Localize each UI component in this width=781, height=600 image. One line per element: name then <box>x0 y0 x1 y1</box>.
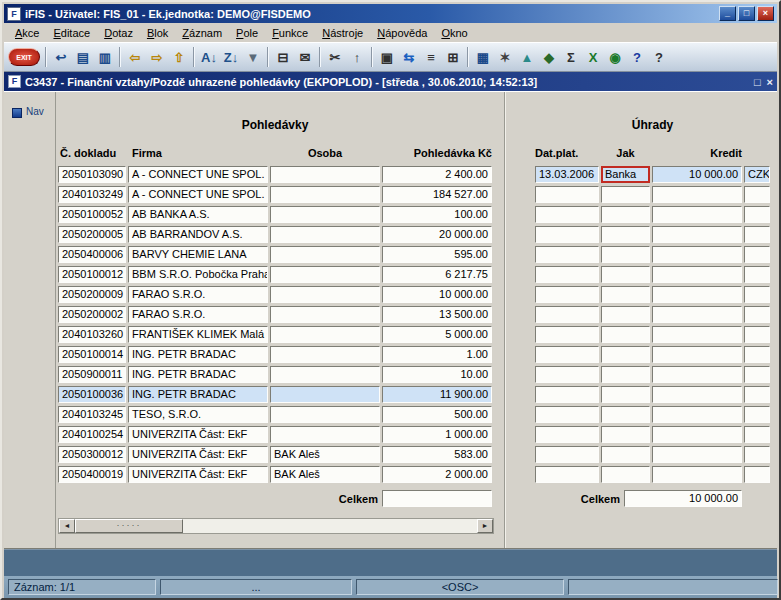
date-field[interactable] <box>535 186 599 203</box>
sort-desc-icon[interactable]: Z↓ <box>220 46 242 68</box>
insert-record-icon[interactable]: ⇧ <box>168 46 190 68</box>
jak-field[interactable] <box>601 366 650 383</box>
firma-field[interactable]: UNIVERZITA Část: EkF <box>128 446 268 463</box>
currency-field[interactable] <box>744 286 770 303</box>
menu-item-akce[interactable]: Akce <box>8 25 46 41</box>
date-field[interactable] <box>535 446 599 463</box>
doc-field[interactable]: 2050100052 <box>58 206 126 223</box>
amount-field[interactable]: 20 000.00 <box>382 226 492 243</box>
currency-field[interactable] <box>744 186 770 203</box>
kredit-field[interactable] <box>652 346 742 363</box>
currency-field[interactable] <box>744 346 770 363</box>
mdi-close-button[interactable]: × <box>767 76 773 88</box>
paste-icon[interactable]: ↑ <box>346 46 368 68</box>
amount-field[interactable]: 2 400.00 <box>382 166 492 183</box>
osoba-field[interactable] <box>270 186 380 203</box>
jak-field[interactable] <box>601 426 650 443</box>
tile-windows-icon[interactable]: ⊞ <box>442 46 464 68</box>
rollback-icon[interactable]: ↩ <box>50 46 72 68</box>
kredit-field[interactable] <box>652 426 742 443</box>
kredit-field[interactable] <box>652 326 742 343</box>
mountain-icon[interactable]: ▲ <box>516 46 538 68</box>
horizontal-scrollbar[interactable]: ◄ ····· ► <box>58 518 494 534</box>
currency-field[interactable] <box>744 386 770 403</box>
menu-item-blok[interactable]: Blok <box>140 25 175 41</box>
currency-field[interactable] <box>744 426 770 443</box>
kredit-field[interactable] <box>652 286 742 303</box>
enter-query-icon[interactable]: ▤ <box>72 46 94 68</box>
kredit-field[interactable] <box>652 266 742 283</box>
firma-field[interactable]: ING. PETR BRADAC <box>128 366 268 383</box>
jak-field[interactable]: Banka <box>601 166 650 183</box>
doc-field[interactable]: 2050100036 <box>58 386 126 403</box>
sum-icon[interactable]: Σ <box>560 46 582 68</box>
help-icon[interactable]: ? <box>648 46 670 68</box>
jak-field[interactable] <box>601 226 650 243</box>
execute-query-icon[interactable]: ▥ <box>94 46 116 68</box>
doc-field[interactable]: 2050200009 <box>58 286 126 303</box>
exit-button[interactable]: EXIT <box>8 48 40 66</box>
doc-field[interactable]: 2050200002 <box>58 306 126 323</box>
firma-field[interactable]: TESO, S.R.O. <box>128 406 268 423</box>
firma-field[interactable]: UNIVERZITA Část: EkF <box>128 426 268 443</box>
date-field[interactable] <box>535 346 599 363</box>
scroll-left-button[interactable]: ◄ <box>59 519 75 533</box>
jak-field[interactable] <box>601 466 650 483</box>
amount-field[interactable]: 1 000.00 <box>382 426 492 443</box>
copy-pages-icon[interactable]: ▣ <box>376 46 398 68</box>
filter-icon[interactable]: ▼ <box>242 46 264 68</box>
doc-field[interactable]: 2040103260 <box>58 326 126 343</box>
firma-field[interactable]: BARVY CHEMIE LANA <box>128 246 268 263</box>
maximize-button[interactable]: □ <box>738 6 755 21</box>
menu-item-okno[interactable]: Okno <box>434 25 474 41</box>
firma-field[interactable]: ING. PETR BRADAC <box>128 346 268 363</box>
currency-field[interactable] <box>744 246 770 263</box>
doc-field[interactable]: 2050400019 <box>58 466 126 483</box>
menu-item-dotaz[interactable]: Dotaz <box>97 25 140 41</box>
firma-field[interactable]: UNIVERZITA Část: EkF <box>128 466 268 483</box>
refresh-icon[interactable]: ⇆ <box>398 46 420 68</box>
kredit-field[interactable] <box>652 186 742 203</box>
payments-total-field[interactable]: 10 000.00 <box>624 490 742 507</box>
osoba-field[interactable] <box>270 386 380 403</box>
jak-field[interactable] <box>601 206 650 223</box>
menu-item-záznam[interactable]: Záznam <box>175 25 229 41</box>
doc-field[interactable]: 2040103249 <box>58 186 126 203</box>
firma-field[interactable]: FRANTIŠEK KLIMEK Malá stra <box>128 326 268 343</box>
firma-field[interactable]: FARAO S.R.O. <box>128 306 268 323</box>
date-field[interactable] <box>535 306 599 323</box>
scrollbar-thumb[interactable]: ····· <box>75 519 183 533</box>
amount-field[interactable]: 100.00 <box>382 206 492 223</box>
osoba-field[interactable] <box>270 326 380 343</box>
osoba-field[interactable] <box>270 346 380 363</box>
doc-field[interactable]: 2050100014 <box>58 346 126 363</box>
gem-icon[interactable]: ◆ <box>538 46 560 68</box>
amount-field[interactable]: 1.00 <box>382 346 492 363</box>
menu-item-pole[interactable]: Pole <box>229 25 265 41</box>
amount-field[interactable]: 5 000.00 <box>382 326 492 343</box>
excel-icon[interactable]: X <box>582 46 604 68</box>
osoba-field[interactable] <box>270 246 380 263</box>
cut-icon[interactable]: ✂ <box>324 46 346 68</box>
mail-icon[interactable]: ✉ <box>294 46 316 68</box>
osoba-field[interactable] <box>270 426 380 443</box>
currency-field[interactable] <box>744 206 770 223</box>
date-field[interactable] <box>535 406 599 423</box>
receivables-total-field[interactable] <box>382 490 492 507</box>
kredit-field[interactable] <box>652 466 742 483</box>
kredit-field[interactable]: 10 000.00 <box>652 166 742 183</box>
jak-field[interactable] <box>601 446 650 463</box>
firma-field[interactable]: FARAO S.R.O. <box>128 286 268 303</box>
currency-field[interactable] <box>744 266 770 283</box>
date-field[interactable] <box>535 266 599 283</box>
date-field[interactable] <box>535 226 599 243</box>
date-field[interactable] <box>535 366 599 383</box>
currency-field[interactable] <box>744 466 770 483</box>
scroll-right-button[interactable]: ► <box>477 519 493 533</box>
date-field[interactable] <box>535 426 599 443</box>
globe-icon[interactable]: ◉ <box>604 46 626 68</box>
firma-field[interactable]: ING. PETR BRADAC <box>128 386 268 403</box>
close-button[interactable]: × <box>757 6 774 21</box>
currency-field[interactable] <box>744 226 770 243</box>
firma-field[interactable]: AB BANKA A.S. <box>128 206 268 223</box>
